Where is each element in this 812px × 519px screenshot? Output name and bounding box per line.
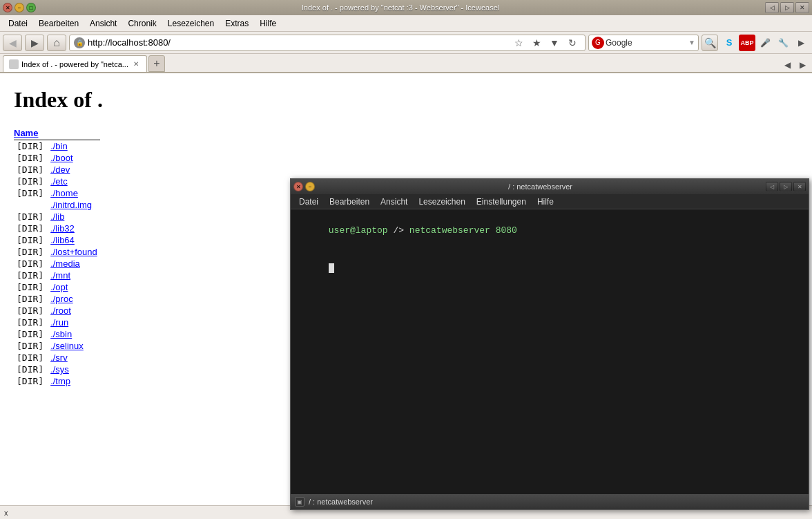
microphone-icon[interactable]: 🎤 [757, 35, 773, 51]
menu-ansicht[interactable]: Ansicht [84, 17, 122, 30]
dir-link[interactable]: ./tmp [50, 376, 70, 386]
search-bar[interactable]: G Google ▼ [588, 35, 699, 51]
terminal-menu-bar: Datei Bearbeiten Ansicht Lesezeichen Ein… [291, 194, 809, 209]
dir-link[interactable]: ./opt [50, 282, 68, 292]
bookmark-icon[interactable]: ☆ [510, 35, 527, 51]
dir-link[interactable]: ./sys [50, 364, 69, 375]
dir-link[interactable]: ./dev [50, 164, 70, 175]
close-button[interactable]: ✕ [3, 3, 12, 12]
active-tab[interactable]: Index of . - powered by "netca... ✕ [3, 55, 147, 72]
dir-link[interactable]: ./selinux [50, 341, 84, 351]
dir-link[interactable]: ./lib64 [50, 235, 75, 245]
extra-toolbar-icons: S ABP 🎤 🔧 ▶ [721, 35, 809, 51]
title-control-arrow-left[interactable]: ◁ [765, 2, 779, 13]
tab-label: Index of . - powered by "netca... [21, 60, 128, 68]
extension-icon[interactable]: 🔧 [775, 35, 791, 51]
maximize-button[interactable]: □ [26, 3, 36, 12]
table-row: [DIR]./lost+found [14, 246, 100, 258]
dir-link-cell: ./bin [48, 140, 100, 153]
search-dropdown-icon[interactable]: ▼ [688, 39, 695, 46]
dir-link[interactable]: ./boot [50, 153, 73, 163]
search-execute-button[interactable]: 🔍 [702, 35, 718, 51]
dir-link-cell: ./selinux [48, 340, 100, 352]
term-menu-datei[interactable]: Datei [293, 196, 324, 208]
dir-link[interactable]: ./lib [50, 211, 64, 222]
tab-arrow-right[interactable]: ▶ [795, 58, 809, 72]
table-row: [DIR]./boot [14, 152, 100, 164]
nav-arrow-icon[interactable]: ▶ [793, 35, 809, 51]
tab-arrow-left[interactable]: ◀ [780, 58, 794, 72]
dir-link[interactable]: ./proc [50, 294, 73, 304]
table-row: [DIR]./run [14, 317, 100, 328]
dir-link[interactable]: ./lost+found [50, 247, 97, 257]
nav-icons: ☆ ★ ▼ ↻ [510, 35, 581, 51]
home-button[interactable]: ⌂ [47, 35, 66, 51]
dir-link[interactable]: ./srv [50, 352, 68, 363]
title-bar-buttons: ✕ − □ [3, 3, 36, 12]
dir-link[interactable]: ./root [50, 305, 71, 316]
url-bar[interactable]: 🔒 http://localhost:8080/ ☆ ★ ▼ ↻ [69, 35, 586, 51]
title-control-arrow-right[interactable]: ▷ [780, 2, 794, 13]
dir-link-cell: ./etc [48, 176, 100, 187]
refresh-icon[interactable]: ↻ [564, 35, 581, 51]
terminal-title-arrow-left[interactable]: ◁ [766, 182, 778, 191]
dir-link[interactable]: ./home [50, 188, 78, 198]
terminal-minimize-button[interactable]: − [305, 182, 315, 191]
menu-extras[interactable]: Extras [220, 17, 254, 30]
dir-link[interactable]: ./initrd.img [50, 200, 92, 210]
bookmark-star-icon[interactable]: ★ [528, 35, 545, 51]
dir-link[interactable]: ./bin [50, 141, 68, 151]
new-tab-button[interactable]: + [148, 55, 165, 72]
term-menu-ansicht[interactable]: Ansicht [375, 196, 413, 208]
dir-type: [DIR] [14, 328, 48, 340]
terminal-content[interactable]: user@laptop /> netcatwebserver 8080 [291, 209, 809, 494]
dir-link[interactable]: ./run [50, 317, 68, 328]
status-text: x [4, 509, 8, 517]
table-row: [DIR]./lib32 [14, 223, 100, 234]
menu-lesezeichen[interactable]: Lesezeichen [162, 17, 220, 30]
terminal-line-1: user@laptop /> netcatwebserver 8080 [296, 212, 803, 250]
dir-link[interactable]: ./lib32 [50, 223, 75, 234]
dir-link[interactable]: ./sbin [50, 329, 72, 339]
menu-bearbeiten[interactable]: Bearbeiten [33, 17, 84, 30]
terminal-title-close[interactable]: ✕ [793, 182, 806, 191]
forward-button[interactable]: ▶ [25, 35, 44, 51]
dir-type: [DIR] [14, 223, 48, 234]
minimize-button[interactable]: − [14, 3, 24, 12]
term-menu-einstellungen[interactable]: Einstellungen [471, 196, 532, 208]
title-control-close[interactable]: ✕ [795, 2, 809, 13]
terminal-title-bar: ✕ − / : netcatwebserver ◁ ▷ ✕ [291, 179, 809, 194]
table-row: [DIR]./sbin [14, 328, 100, 340]
dir-type: [DIR] [14, 293, 48, 305]
dir-type: [DIR] [14, 211, 48, 223]
dir-type: [DIR] [14, 270, 48, 281]
name-column-header: Name [14, 126, 100, 140]
table-row: [DIR]./tmp [14, 375, 100, 387]
menu-hilfe[interactable]: Hilfe [254, 17, 282, 30]
url-dropdown-icon[interactable]: ▼ [546, 35, 563, 51]
table-row: [DIR]./lib [14, 211, 100, 223]
menu-datei[interactable]: Datei [3, 17, 33, 30]
menu-chronik[interactable]: Chronik [122, 17, 162, 30]
table-row: [DIR]./sys [14, 364, 100, 375]
terminal-cursor-line [296, 250, 803, 288]
search-input[interactable]: Google [606, 38, 687, 48]
terminal-title-arrow-right[interactable]: ▷ [780, 182, 792, 191]
dir-link[interactable]: ./media [50, 258, 80, 269]
dir-link-cell: ./dev [48, 164, 100, 176]
dir-link-cell: ./lib [48, 211, 100, 223]
tab-bar: Index of . - powered by "netca... ✕ + ◀ … [0, 54, 812, 73]
dir-link[interactable]: ./mnt [50, 270, 70, 281]
name-sort-link[interactable]: Name [14, 128, 38, 138]
term-menu-lesezeichen[interactable]: Lesezeichen [413, 196, 470, 208]
tab-close-button[interactable]: ✕ [131, 59, 141, 69]
table-row: [DIR]./root [14, 305, 100, 317]
dir-link[interactable]: ./etc [50, 176, 68, 187]
terminal-close-button[interactable]: ✕ [293, 182, 303, 191]
term-menu-bearbeiten[interactable]: Bearbeiten [324, 196, 375, 208]
back-button[interactable]: ◀ [3, 35, 22, 51]
adblock-icon[interactable]: ABP [739, 35, 755, 51]
table-row: [DIR]./opt [14, 281, 100, 293]
term-menu-hilfe[interactable]: Hilfe [532, 196, 559, 208]
skype-icon[interactable]: S [721, 35, 737, 51]
